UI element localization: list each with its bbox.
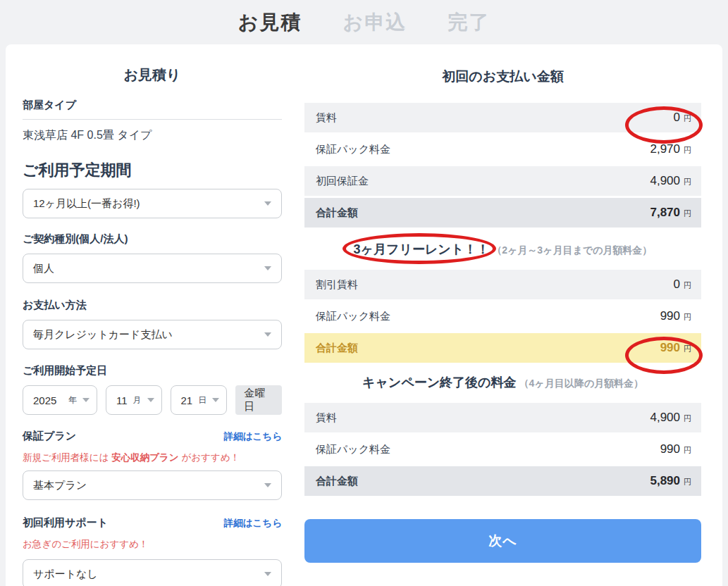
after-campaign-table: 賃料 4,900 円 保証パック料金 990 円 合計金額 5,890 円 (304, 403, 701, 496)
row-unit: 円 (684, 177, 691, 187)
period-select[interactable]: 12ヶ月以上(一番お得!) (23, 189, 282, 218)
row-value: 4,900 円 (650, 174, 691, 188)
free-rent-heading-note: （2ヶ月～3ヶ月目までの月額料金） (492, 244, 652, 256)
guarantee-note-post: がおすすめ！ (179, 452, 240, 463)
payment-method-select-value: 毎月クレジットカード支払い (33, 328, 264, 342)
row-unit: 円 (684, 312, 691, 323)
step-tabs: お見積 お申込 完了 (0, 0, 728, 44)
chevron-down-icon (264, 483, 271, 487)
row-value: 5,890 円 (650, 474, 691, 488)
period-heading: ご利用予定期間 (23, 160, 282, 181)
row-label: 割引賃料 (316, 278, 674, 292)
room-type-label: 部屋タイプ (23, 99, 282, 120)
row-value: 0 円 (674, 278, 691, 292)
row-unit: 円 (684, 113, 691, 124)
guarantee-plan-select-value: 基本プラン (33, 479, 264, 492)
row-unit: 円 (684, 145, 691, 156)
row-amount: 990 (660, 442, 680, 456)
after-campaign-heading-note: （4ヶ月目以降の月額料金） (519, 378, 643, 389)
main-card: お見積り 部屋タイプ 東浅草店 4F 0.5畳 タイプ ご利用予定期間 12ヶ月… (6, 44, 722, 586)
after-campaign-heading-strong: キャンペーン終了後の料金 (362, 374, 517, 391)
month-select-value: 11 (116, 394, 128, 406)
first-support-label: 初回利用サポート (23, 516, 108, 530)
month-select[interactable]: 11 月 (106, 385, 162, 415)
first-support-select[interactable]: サポートなし (23, 559, 282, 586)
row-value: 990 円 (660, 309, 691, 323)
table-row-total-highlighted: 合計金額 990 円 (304, 333, 701, 363)
row-label: 保証パック料金 (316, 143, 650, 156)
table-row-initial-deposit: 初回保証金 4,900 円 (304, 166, 701, 196)
row-amount: 7,870 (650, 206, 680, 220)
day-select[interactable]: 21 日 (171, 385, 228, 415)
row-unit: 円 (684, 280, 691, 291)
first-support-note: お急ぎのご利用におすすめ！ (23, 538, 282, 551)
chevron-down-icon (264, 332, 271, 337)
payment-method-select[interactable]: 毎月クレジットカード支払い (23, 320, 282, 349)
table-row-total: 合計金額 5,890 円 (304, 466, 701, 496)
table-row-guarantee-pack: 保証パック料金 2,970 円 (304, 135, 701, 164)
first-payment-title: 初回のお支払い金額 (304, 68, 701, 86)
row-unit: 円 (684, 413, 691, 424)
row-amount: 5,890 (650, 474, 680, 488)
after-campaign-heading: キャンペーン終了後の料金（4ヶ月目以降の月額料金） (304, 374, 701, 391)
table-row-rent: 賃料 4,900 円 (304, 403, 701, 432)
row-value: 990 円 (660, 341, 691, 355)
guarantee-plan-note: 新規ご利用者様には 安心収納プラン がおすすめ！ (23, 451, 282, 464)
year-unit: 年 (68, 394, 77, 406)
year-select-value: 2025 (33, 394, 56, 406)
support-details-link[interactable]: 詳細はこちら (224, 517, 282, 530)
row-unit: 円 (684, 445, 691, 456)
estimate-form: お見積り 部屋タイプ 東浅草店 4F 0.5畳 タイプ ご利用予定期間 12ヶ月… (23, 44, 282, 586)
next-button-label: 次へ (488, 532, 517, 550)
row-label: 初回保証金 (316, 175, 650, 188)
row-label: 保証パック料金 (316, 310, 660, 323)
row-label: 合計金額 (316, 342, 660, 355)
free-rent-heading: 3ヶ月フリーレント！！ （2ヶ月～3ヶ月目までの月額料金） (304, 241, 701, 258)
free-rent-table: 割引賃料 0 円 保証パック料金 990 円 合計金額 990 円 (304, 270, 701, 363)
guarantee-plan-select[interactable]: 基本プラン (23, 470, 282, 500)
payment-summary: 初回のお支払い金額 賃料 0 円 保証パック料金 2,970 円 初回保証金 (304, 44, 701, 586)
year-select[interactable]: 2025 年 (23, 385, 97, 415)
table-row-discount-rent: 割引賃料 0 円 (304, 270, 701, 299)
contract-type-label: ご契約種別(個人/法人) (23, 232, 282, 246)
guarantee-details-link[interactable]: 詳細はこちら (224, 430, 282, 443)
month-unit: 月 (133, 394, 142, 406)
row-label: 合計金額 (316, 206, 650, 220)
chevron-down-icon (147, 398, 154, 402)
first-payment-table: 賃料 0 円 保証パック料金 2,970 円 初回保証金 4,900 円 (304, 103, 701, 227)
chevron-down-icon (264, 201, 271, 206)
row-label: 保証パック料金 (316, 443, 660, 456)
row-value: 990 円 (660, 442, 691, 456)
row-amount: 4,900 (650, 411, 680, 425)
guarantee-plan-label: 保証プラン (23, 430, 76, 443)
guarantee-plan-header: 保証プラン 詳細はこちら (23, 430, 282, 443)
contract-type-select[interactable]: 個人 (23, 254, 282, 283)
tab-apply[interactable]: お申込 (343, 9, 407, 36)
room-type-value: 東浅草店 4F 0.5畳 タイプ (23, 128, 282, 143)
row-amount: 990 (660, 341, 680, 355)
guarantee-note-emphasis: 安心収納プラン (111, 452, 178, 463)
row-label: 合計金額 (316, 475, 650, 488)
guarantee-note-pre: 新規ご利用者様には (23, 452, 111, 463)
table-row-guarantee-pack: 保証パック料金 990 円 (304, 435, 701, 464)
row-unit: 円 (684, 477, 691, 487)
row-amount: 0 (674, 111, 680, 125)
next-button[interactable]: 次へ (304, 519, 701, 563)
tab-complete[interactable]: 完了 (448, 9, 490, 36)
chevron-down-icon (264, 266, 271, 270)
day-unit: 日 (198, 394, 206, 406)
chevron-down-icon (264, 572, 271, 576)
row-value: 2,970 円 (650, 142, 691, 156)
table-row-total: 合計金額 7,870 円 (304, 198, 701, 227)
table-row-guarantee-pack: 保証パック料金 990 円 (304, 301, 701, 331)
row-value: 4,900 円 (650, 411, 691, 425)
tab-estimate[interactable]: お見積 (238, 9, 302, 36)
contract-type-select-value: 個人 (33, 262, 264, 275)
payment-method-label: お支払い方法 (23, 299, 282, 312)
estimate-title: お見積り (23, 66, 282, 85)
start-date-row: 2025 年 11 月 21 日 金曜日 (23, 385, 282, 415)
free-rent-heading-strong: 3ヶ月フリーレント！！ (354, 241, 490, 258)
row-amount: 4,900 (650, 174, 680, 188)
chevron-down-icon (82, 398, 90, 402)
weekday-badge: 金曜日 (235, 385, 282, 415)
